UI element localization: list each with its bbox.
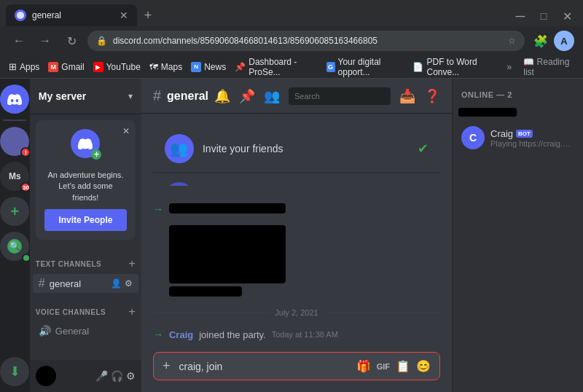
avatar-server-2[interactable]: Ms 30 — [0, 162, 29, 191]
more-bookmarks-button[interactable]: » — [507, 62, 512, 72]
date-text: July 2, 2021 — [275, 308, 318, 317]
minimize-button[interactable]: ─ — [510, 6, 531, 26]
general-voice-item[interactable]: 🔊 General — [33, 322, 138, 340]
redacted-content — [169, 203, 440, 216]
pin-icon[interactable]: 📌 — [239, 88, 255, 104]
refresh-button[interactable]: ↻ — [61, 31, 82, 51]
pdf-icon: 📄 — [412, 62, 423, 72]
welcome-avatar: + — [71, 129, 100, 158]
attach-button[interactable]: + — [160, 353, 173, 380]
server-header[interactable]: My server ▾ — [30, 79, 141, 114]
general-channel-item[interactable]: # general 👤 ⚙ — [33, 274, 138, 293]
text-channels-header: TEXT CHANNELS + — [30, 246, 141, 273]
headset-button[interactable]: 🎧 — [111, 370, 123, 382]
search-box[interactable]: Search — [289, 87, 391, 105]
add-text-channel-button[interactable]: + — [129, 257, 136, 270]
gift-icon[interactable]: 🎁 — [356, 359, 371, 373]
download-button[interactable]: ⬇ — [0, 357, 29, 386]
extensions-button[interactable]: 🧩 — [531, 31, 551, 51]
bookmark-star-icon[interactable]: ☆ — [508, 36, 516, 46]
redacted-member — [453, 105, 583, 119]
voice-channels-label: VOICE CHANNELS — [36, 308, 106, 316]
invite-people-button[interactable]: Invite People — [44, 209, 127, 231]
help-icon[interactable]: ❓ — [424, 88, 440, 104]
messages-area[interactable]: 👥 Invite your friends ✔ 🎨 Personalize yo… — [141, 114, 452, 352]
welcome-plus-icon: + — [91, 149, 101, 160]
forward-button[interactable]: → — [35, 31, 55, 51]
mic-button[interactable]: 🎤 — [95, 370, 108, 382]
bookmark-news[interactable]: N News — [191, 62, 226, 72]
welcome-close-button[interactable]: ✕ — [122, 126, 130, 136]
channel-action-icons: 👤 ⚙ — [111, 278, 133, 289]
channel-settings-icon[interactable]: ⚙ — [125, 278, 133, 289]
gif-icon[interactable]: GIF — [377, 362, 390, 371]
browser-frame: general ✕ + ─ □ ✕ ← → ↻ 🔒 discord.com/ch… — [0, 0, 583, 392]
main-content: # general 🔔 📌 👥 Search 📥 ❓ — [141, 79, 452, 392]
close-window-button[interactable]: ✕ — [557, 6, 577, 26]
bookmark-maps[interactable]: 🗺 Maps — [149, 62, 182, 72]
gmail-icon: M — [48, 62, 58, 72]
date-line-left — [153, 313, 269, 313]
bookmark-apps[interactable]: ⊞ Apps — [9, 61, 39, 72]
right-sidebar: ONLINE — 2 C Craig BOT Playing https://c… — [452, 79, 583, 392]
bookmark-pdf[interactable]: 📄 PDF to Word Conve... — [412, 57, 498, 77]
sticker-icon[interactable]: 📋 — [396, 359, 410, 373]
server-list: ! Ms 30 + 🔍 ⬇ — [0, 79, 30, 392]
bookmark-youtube[interactable]: ▶ YouTube — [93, 62, 141, 72]
channel-hash-icon: # — [39, 277, 45, 290]
voice-speaker-icon: 🔊 — [39, 325, 51, 337]
bookmark-apps-label: Apps — [20, 62, 39, 72]
bookmark-gmail-label: Gmail — [61, 62, 84, 72]
add-server-button[interactable]: + — [0, 197, 29, 226]
join-text: joined the party. — [199, 329, 266, 340]
search-placeholder-text: Search — [294, 92, 320, 101]
channel-header: # general 🔔 📌 👥 Search 📥 ❓ — [141, 79, 452, 114]
welcome-text: An adventure begins. Let’s add some frie… — [44, 170, 127, 203]
bookmark-digital[interactable]: G Your digital opport... — [326, 57, 404, 77]
member-craig[interactable]: C Craig BOT Playing https://craig.chat — [455, 123, 580, 152]
craig-avatar: C — [461, 126, 485, 149]
maps-icon: 🗺 — [149, 62, 158, 72]
discord-server-icon[interactable] — [0, 85, 29, 114]
notification-bell-icon[interactable]: 🔔 — [214, 88, 230, 104]
setup-card-icon-upload[interactable]: 🎨 Personalize your server with an icon › — [153, 173, 440, 186]
bookmark-news-label: News — [204, 62, 226, 72]
message-input-field[interactable] — [179, 353, 347, 380]
explore-servers[interactable]: 🔍 — [0, 232, 29, 261]
address-text: discord.com/channels/856906084668014613/… — [113, 36, 502, 46]
new-tab-button[interactable]: + — [137, 4, 159, 26]
members-icon[interactable]: 👥 — [264, 88, 280, 104]
craig-member-info: Craig BOT Playing https://craig.chat — [490, 128, 574, 148]
avatar-server-1[interactable]: ! — [0, 127, 29, 156]
join-time: Today at 11:38 AM — [272, 330, 338, 339]
maximize-button[interactable]: □ — [533, 6, 554, 26]
online-header: ONLINE — 2 — [453, 85, 583, 105]
apps-icon: ⊞ — [9, 61, 17, 72]
redacted-bar-2 — [169, 286, 242, 297]
tab-close-button[interactable]: ✕ — [120, 9, 128, 21]
channel-person-icon[interactable]: 👤 — [111, 278, 122, 289]
bookmark-gmail[interactable]: M Gmail — [48, 62, 84, 72]
redacted-image-block — [169, 225, 440, 297]
discord-app: ! Ms 30 + 🔍 ⬇ My server ▾ — [0, 79, 583, 392]
voice-channel-name: General — [55, 326, 89, 337]
message-input-box[interactable]: + 🎁 GIF 📋 😊 — [153, 352, 440, 380]
bookmark-dashboard[interactable]: 📌 Dashboard - ProSe... — [235, 57, 317, 77]
bookmark-dashboard-label: Dashboard - ProSe... — [249, 57, 317, 77]
address-bar[interactable]: 🔒 discord.com/channels/85690608466801461… — [87, 31, 525, 51]
reading-list-button[interactable]: 📖 Reading list — [523, 57, 574, 77]
profile-button[interactable]: A — [554, 31, 574, 51]
bookmark-youtube-label: YouTube — [106, 62, 141, 72]
youtube-icon: ▶ — [93, 62, 103, 72]
join-arrow-icon: → — [153, 329, 163, 340]
back-button[interactable]: ← — [9, 31, 29, 51]
inbox-icon[interactable]: 📥 — [399, 88, 415, 104]
user-settings-button[interactable]: ⚙ — [126, 370, 136, 382]
craig-avatar-letter: C — [469, 132, 477, 144]
setup-card-invite: 👥 Invite your friends ✔ — [153, 125, 440, 173]
emoji-icon[interactable]: 😊 — [416, 359, 431, 373]
setup-cards: 👥 Invite your friends ✔ 🎨 Personalize yo… — [153, 125, 440, 186]
active-tab[interactable]: general ✕ — [6, 4, 137, 26]
explore-green-dot — [22, 254, 29, 262]
add-voice-channel-button[interactable]: + — [129, 305, 136, 318]
